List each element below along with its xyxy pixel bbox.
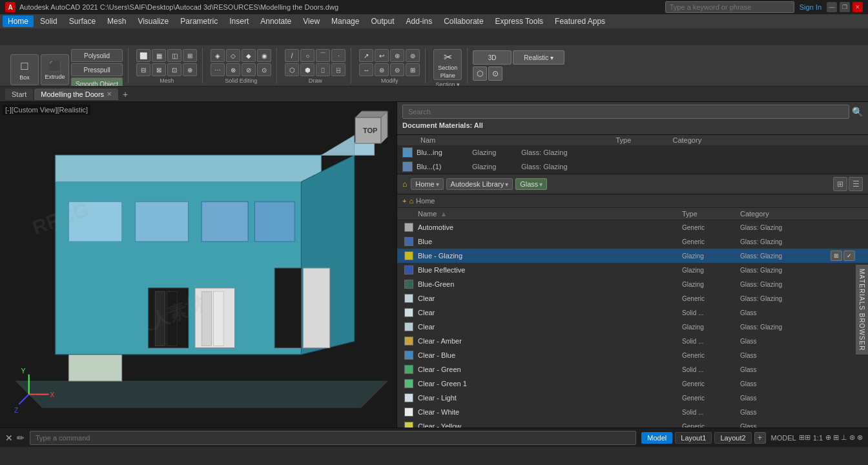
solid-edit-btn-7[interactable]: ⊘ <box>242 63 256 76</box>
mat-row-clear-green1[interactable]: Clear - Green 1 Generic Glass <box>397 377 868 391</box>
snap-btn[interactable]: ⊕ <box>825 433 831 442</box>
realistic-btn[interactable]: Realistic ▾ <box>513 50 564 65</box>
solid-edit-btn-4[interactable]: ◉ <box>257 49 271 62</box>
mesh-btn-8[interactable]: ⊕ <box>183 63 197 76</box>
menu-addins[interactable]: Add-ins <box>401 16 438 27</box>
tab-add-btn[interactable]: + <box>119 88 131 100</box>
status-tab-model[interactable]: Model <box>641 432 672 444</box>
solid-edit-btn-6[interactable]: ⊗ <box>226 63 240 76</box>
mat-row-blue-green[interactable]: Blue-Green Glazing Glass: Glazing <box>397 277 868 291</box>
mesh-btn-4[interactable]: ⊞ <box>183 49 197 62</box>
materials-search-input[interactable] <box>402 105 849 119</box>
modify-btn-1[interactable]: ↗ <box>359 49 373 62</box>
close-btn[interactable]: ✕ <box>852 2 863 12</box>
presspull-btn[interactable]: Presspull <box>71 63 123 76</box>
mat-row-clear3[interactable]: Clear Glazing Glass: Glazing <box>397 320 868 334</box>
ortho-btn[interactable]: ⊥ <box>841 433 847 442</box>
menu-view[interactable]: View <box>298 16 325 27</box>
menu-visualize[interactable]: Visualize <box>132 16 174 27</box>
command-input[interactable] <box>30 431 636 445</box>
nav-filter-btn[interactable]: Glass ▾ <box>515 178 547 190</box>
box-btn[interactable]: □ Box <box>10 54 39 85</box>
modify-btn-2[interactable]: ↩ <box>375 49 389 62</box>
status-x-btn[interactable]: ✕ <box>5 433 13 443</box>
mat-row-clear-amber[interactable]: Clear - Amber Solid ... Glass <box>397 334 868 348</box>
extrude-btn[interactable]: ⬛ Extrude <box>41 54 69 85</box>
mesh-btn-6[interactable]: ⊠ <box>152 63 166 76</box>
draw-btn-6[interactable]: ⬢ <box>300 63 315 76</box>
restore-btn[interactable]: ❐ <box>840 2 850 12</box>
menu-output[interactable]: Output <box>366 16 399 27</box>
mat-row-clear1[interactable]: Clear Generic Glass: Glazing <box>397 291 868 305</box>
mat-row-clear-yellow[interactable]: Clear - Yellow Generic Glass <box>397 419 868 428</box>
solid-edit-btn-8[interactable]: ⊙ <box>257 63 271 76</box>
menu-collaborate[interactable]: Collaborate <box>439 16 488 27</box>
col-header-name[interactable]: Name ▲ <box>415 210 682 218</box>
mesh-btn-2[interactable]: ▦ <box>152 49 166 62</box>
tab-start[interactable]: Start <box>5 88 33 100</box>
draw-btn-8[interactable]: ⌸ <box>331 63 346 76</box>
mat-apply-btn-blue-glazing[interactable]: ✓ <box>843 251 855 261</box>
mat-row-automotive[interactable]: Automotive Generic Glass: Glazing <box>397 220 868 234</box>
mesh-btn-7[interactable]: ⊡ <box>167 63 181 76</box>
menu-mesh[interactable]: Mesh <box>102 16 131 27</box>
minimize-btn[interactable]: — <box>827 2 837 12</box>
col-header-category[interactable]: Category <box>740 210 831 218</box>
nav-home-btn[interactable]: Home ▾ <box>411 178 443 190</box>
materials-table[interactable]: Name ▲ Type Category Automotive Generic … <box>397 208 868 428</box>
view-3d-btn[interactable]: 3D <box>473 50 512 65</box>
solid-edit-btn-2[interactable]: ◇ <box>226 49 240 62</box>
mat-row-blue-glazing[interactable]: Blue - Glazing Glazing Glass: Glazing ⊞ … <box>397 249 868 263</box>
tab-modelling[interactable]: Modelling the Doors ✕ <box>34 88 118 100</box>
draw-btn-2[interactable]: ○ <box>300 49 315 62</box>
view-cube[interactable]: TOP <box>342 105 394 156</box>
section-plane-btn[interactable]: ✂ Section Plane <box>433 49 462 80</box>
doc-mat-row-blueing[interactable]: Blu...ing Glazing Glass: Glazing <box>397 145 868 160</box>
menu-surface[interactable]: Surface <box>64 16 101 27</box>
view-orbit-btn[interactable]: ⊙ <box>488 67 502 81</box>
modify-btn-7[interactable]: ⊝ <box>390 63 404 76</box>
polysolid-btn[interactable]: Polysolid <box>71 49 123 62</box>
viewport[interactable]: [-][Custom View][Realistic] <box>0 102 397 428</box>
title-search-input[interactable] <box>665 1 794 13</box>
status-tab-layout1[interactable]: Layout1 <box>675 432 712 444</box>
solid-edit-btn-1[interactable]: ◈ <box>211 49 225 62</box>
modify-btn-3[interactable]: ⊛ <box>390 49 404 62</box>
menu-annotate[interactable]: Annotate <box>255 16 296 27</box>
add-layout-btn[interactable]: + <box>754 432 766 444</box>
mat-row-clear-green[interactable]: Clear - Green Solid ... Glass <box>397 362 868 377</box>
materials-browser-tab-label[interactable]: MATERIALS BROWSER <box>856 265 868 355</box>
modify-btn-5[interactable]: ↔ <box>359 63 373 76</box>
menu-parametric[interactable]: Parametric <box>175 16 223 27</box>
menu-featured[interactable]: Featured Apps <box>550 16 610 27</box>
menu-insert[interactable]: Insert <box>224 16 254 27</box>
polar-btn[interactable]: ⊛ <box>849 433 855 442</box>
mat-row-blue-reflective[interactable]: Blue Reflective Glazing Glass: Glazing <box>397 263 868 277</box>
tab-close-modelling[interactable]: ✕ <box>107 90 112 98</box>
menu-solid[interactable]: Solid <box>35 16 63 27</box>
mesh-btn-3[interactable]: ◫ <box>167 49 181 62</box>
mesh-btn-1[interactable]: ⬜ <box>136 49 150 62</box>
modify-btn-6[interactable]: ⊜ <box>375 63 389 76</box>
draw-btn-5[interactable]: ⬡ <box>285 63 299 76</box>
mat-row-blue[interactable]: Blue Generic Glass: Glazing <box>397 234 868 249</box>
mesh-btn-5[interactable]: ⊟ <box>136 63 150 76</box>
solid-edit-btn-5[interactable]: ⋯ <box>211 63 225 76</box>
draw-btn-1[interactable]: / <box>285 49 299 62</box>
menu-express[interactable]: Express Tools <box>490 16 548 27</box>
mat-row-clear2[interactable]: Clear Solid ... Glass <box>397 305 868 320</box>
grid-btn[interactable]: ⊞ <box>833 433 839 442</box>
smooth-object-btn[interactable]: Smooth Object <box>71 78 123 86</box>
status-tab-layout2[interactable]: Layout2 <box>714 432 751 444</box>
draw-btn-7[interactable]: ⌷ <box>316 63 330 76</box>
draw-btn-4[interactable]: ⋅ <box>331 49 346 62</box>
draw-btn-3[interactable]: ⌒ <box>316 49 330 62</box>
status-cmd-icon[interactable]: ✏ <box>17 433 25 443</box>
view-cube-btn[interactable]: ⬡ <box>473 67 487 81</box>
isnap-btn[interactable]: ⊗ <box>857 433 863 442</box>
mat-row-clear-white[interactable]: Clear - White Solid ... Glass <box>397 405 868 419</box>
lib-view-grid-btn[interactable]: ⊞ <box>833 177 847 191</box>
menu-home[interactable]: Home <box>3 16 34 27</box>
modify-btn-8[interactable]: ⊞ <box>406 63 420 76</box>
doc-mat-row-blue1[interactable]: Blu...(1) Glazing Glass: Glazing <box>397 160 868 174</box>
